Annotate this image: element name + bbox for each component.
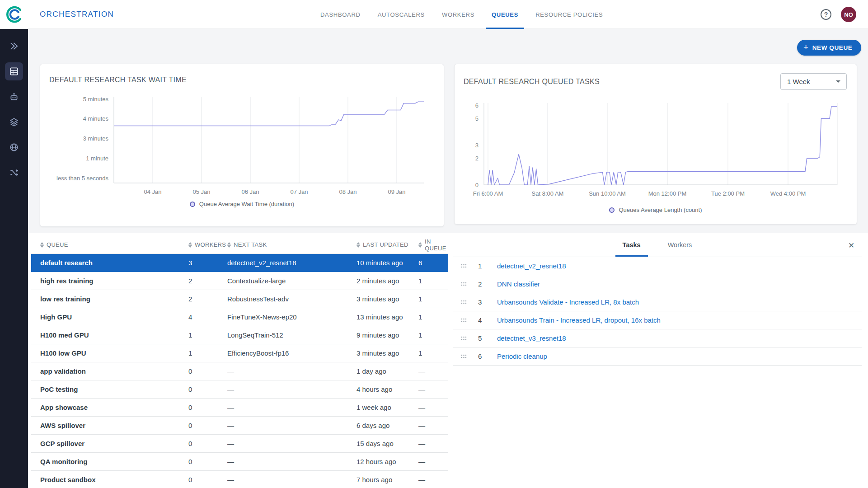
column-header-queue[interactable]: QUEUE bbox=[31, 241, 183, 248]
queue-row-poc-testing[interactable]: PoC testing0—4 hours ago— bbox=[31, 380, 448, 399]
nav-resource-policies[interactable]: RESOURCE POLICIES bbox=[527, 0, 611, 29]
task-link[interactable]: DNN classifier bbox=[497, 280, 862, 288]
drag-handle-icon[interactable] bbox=[461, 318, 478, 323]
sidebar-item-queues[interactable] bbox=[5, 62, 23, 80]
task-link[interactable]: detectnet_v3_resnet18 bbox=[497, 334, 862, 342]
task-position: 6 bbox=[478, 352, 497, 360]
tab-workers[interactable]: Workers bbox=[656, 233, 704, 257]
close-icon[interactable]: ✕ bbox=[845, 239, 857, 251]
drag-handle-icon[interactable] bbox=[461, 354, 478, 359]
drag-handle-icon[interactable] bbox=[461, 300, 478, 305]
svg-text:3: 3 bbox=[475, 142, 479, 149]
plus-icon: + bbox=[803, 43, 809, 52]
help-icon[interactable]: ? bbox=[821, 9, 831, 20]
launch-icon bbox=[9, 41, 19, 51]
drag-handle-icon[interactable] bbox=[461, 336, 478, 341]
task-link[interactable]: detectnet_v2_resnet18 bbox=[497, 262, 862, 270]
sidebar-item-pipelines[interactable] bbox=[5, 164, 23, 182]
in-queue-count: — bbox=[413, 458, 448, 465]
nav-dashboard[interactable]: DASHBOARD bbox=[312, 0, 369, 29]
new-queue-button-label: NEW QUEUE bbox=[812, 44, 853, 51]
queued-tasks-legend[interactable]: Queues Average Length (count) bbox=[455, 206, 857, 213]
svg-text:3 minutes: 3 minutes bbox=[83, 135, 109, 142]
queue-row-high-gpu[interactable]: High GPU4FineTuneX-News-ep2013 minutes a… bbox=[31, 308, 448, 326]
svg-text:04 Jan: 04 Jan bbox=[144, 188, 161, 195]
column-label: NEXT TASK bbox=[234, 241, 267, 248]
sidebar-item-workers[interactable] bbox=[5, 88, 23, 106]
last-updated: 12 hours ago bbox=[351, 458, 413, 465]
in-queue-count: — bbox=[413, 385, 448, 393]
next-task: — bbox=[222, 385, 351, 393]
legend-marker-icon bbox=[609, 207, 615, 213]
in-queue-count: — bbox=[413, 440, 448, 447]
column-label: IN QUEUE bbox=[425, 238, 448, 252]
workers-count: 2 bbox=[183, 295, 222, 303]
task-link[interactable]: Periodic cleanup bbox=[497, 352, 862, 360]
drag-handle-icon[interactable] bbox=[461, 282, 478, 286]
page-title: ORCHESTRATION bbox=[40, 0, 114, 29]
in-queue-count: 1 bbox=[413, 295, 448, 303]
new-queue-button[interactable]: + NEW QUEUE bbox=[797, 40, 861, 56]
queue-row-app-validation[interactable]: app validation0—1 day ago— bbox=[31, 362, 448, 380]
queue-name: Product sandbox bbox=[31, 476, 183, 483]
sort-icon[interactable] bbox=[188, 242, 192, 248]
in-queue-count: 1 bbox=[413, 277, 448, 285]
column-header-next-task[interactable]: NEXT TASK bbox=[222, 241, 351, 248]
in-queue-count: 1 bbox=[413, 313, 448, 321]
next-task: Contextualize-large bbox=[222, 277, 351, 285]
svg-text:Mon 12:00 PM: Mon 12:00 PM bbox=[648, 190, 687, 197]
queue-name: High GPU bbox=[31, 313, 183, 321]
tab-tasks[interactable]: Tasks bbox=[611, 233, 652, 257]
task-link[interactable]: Urbansounds Validate - Increased LR, 8x … bbox=[497, 298, 862, 306]
nav-queues[interactable]: QUEUES bbox=[483, 0, 527, 29]
queue-row-high-res-training[interactable]: high res training2Contextualize-large2 m… bbox=[31, 272, 448, 290]
drag-handle-icon[interactable] bbox=[461, 263, 478, 268]
queue-row-h100-med-gpu[interactable]: H100 med GPU1LongSeqTrain-5129 minutes a… bbox=[31, 326, 448, 344]
in-queue-count: 1 bbox=[413, 331, 448, 339]
sidebar-item-layers[interactable] bbox=[5, 113, 23, 131]
queue-name: H100 low GPU bbox=[31, 349, 183, 357]
svg-text:Sun 10:00 AM: Sun 10:00 AM bbox=[589, 190, 626, 197]
sidebar-item-launch[interactable] bbox=[5, 37, 23, 55]
queue-name: default research bbox=[31, 259, 183, 267]
task-row: 3Urbansounds Validate - Increased LR, 8x… bbox=[453, 293, 862, 311]
clearml-logo-icon[interactable] bbox=[5, 5, 24, 24]
avatar[interactable]: NO bbox=[841, 7, 856, 22]
queue-name: high res training bbox=[31, 277, 183, 285]
queues-table-header: QUEUEWORKERSNEXT TASKLAST UPDATEDIN QUEU… bbox=[31, 236, 448, 254]
top-nav: DASHBOARDAUTOSCALERSWORKERSQUEUESRESOURC… bbox=[312, 0, 611, 29]
task-link[interactable]: Urbansounds Train - Increased LR, dropou… bbox=[497, 316, 862, 324]
queue-row-aws-spillover[interactable]: AWS spillover0—6 days ago— bbox=[31, 417, 448, 435]
next-task: — bbox=[222, 422, 351, 429]
queue-row-h100-low-gpu[interactable]: H100 low GPU1EfficiencyBoost-fp163 minut… bbox=[31, 344, 448, 362]
queue-row-qa-monitoring[interactable]: QA monitoring0—12 hours ago— bbox=[31, 453, 448, 471]
sort-icon[interactable] bbox=[40, 242, 44, 248]
queue-row-default-research[interactable]: default research3detectnet_v2_resnet1810… bbox=[31, 254, 448, 272]
nav-autoscalers[interactable]: AUTOSCALERS bbox=[369, 0, 433, 29]
queue-row-product-sandbox[interactable]: Product sandbox0—7 hours ago— bbox=[31, 471, 448, 488]
column-header-in-queue[interactable]: IN QUEUE bbox=[413, 238, 448, 252]
queue-row-low-res-training[interactable]: low res training2RobustnessTest-adv3 min… bbox=[31, 290, 448, 308]
svg-text:Fri 6:00 AM: Fri 6:00 AM bbox=[473, 190, 503, 197]
sidebar-item-globe[interactable] bbox=[5, 138, 23, 156]
queue-row-app-showcase[interactable]: App showcase0—1 week ago— bbox=[31, 399, 448, 417]
layers-icon bbox=[9, 117, 19, 127]
last-updated: 9 minutes ago bbox=[351, 331, 413, 339]
queued-tasks-chart: 65320Fri 6:00 AMSat 8:00 AMSun 10:00 AMM… bbox=[455, 64, 857, 224]
next-task: — bbox=[222, 440, 351, 447]
svg-text:6: 6 bbox=[475, 102, 479, 109]
nav-workers[interactable]: WORKERS bbox=[433, 0, 483, 29]
wait-time-legend[interactable]: Queue Average Wait Time (duration) bbox=[40, 201, 444, 207]
workers-count: 0 bbox=[183, 404, 222, 411]
sort-icon[interactable] bbox=[418, 242, 422, 248]
svg-text:1 minute: 1 minute bbox=[86, 155, 108, 162]
task-row: 1detectnet_v2_resnet18 bbox=[453, 257, 862, 275]
sort-icon[interactable] bbox=[357, 242, 360, 248]
sort-icon[interactable] bbox=[227, 242, 231, 248]
workers-count: 0 bbox=[183, 385, 222, 393]
next-task: — bbox=[222, 458, 351, 465]
last-updated: 7 hours ago bbox=[351, 476, 413, 483]
queue-row-gcp-spillover[interactable]: GCP spillover0—15 days ago— bbox=[31, 435, 448, 453]
column-header-last-updated[interactable]: LAST UPDATED bbox=[351, 241, 413, 248]
column-header-workers[interactable]: WORKERS bbox=[183, 241, 222, 248]
